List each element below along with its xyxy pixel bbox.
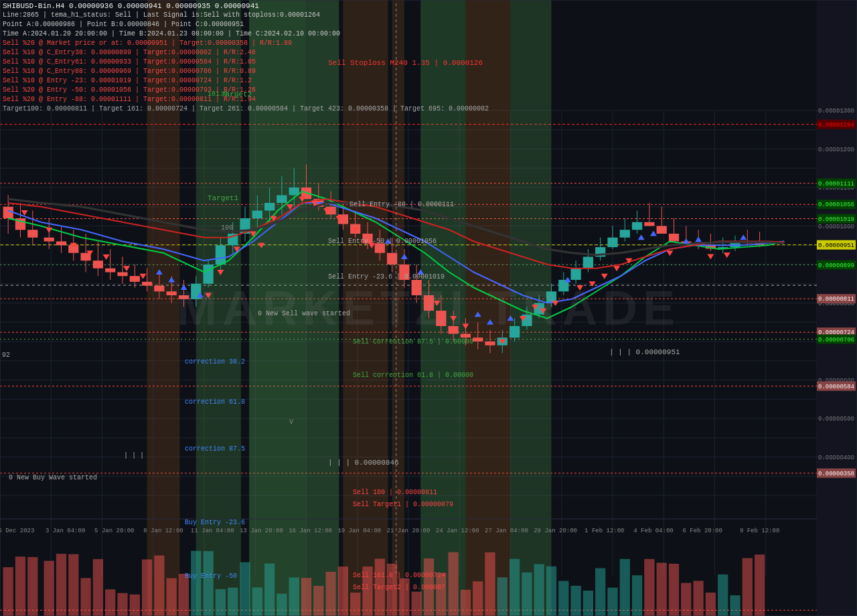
label-100: 100 (221, 224, 233, 232)
date-label-6: 16 Jan 12:00 (289, 528, 332, 534)
symbol-name: SHIBUSD-Bin.H4 (3, 2, 64, 10)
sell-c-entry88: Sell %10 @ C_Entry88: 0.00000969 | Targe… (3, 67, 489, 76)
date-label-12: 1 Feb 12:00 (585, 528, 624, 534)
targets-line: Target100: 0.00000811 | Target 161: 0.00… (3, 104, 489, 114)
sell-c-entry61: Sell %10 @ C_Entry61: 0.00000933 | Targe… (3, 58, 489, 67)
date-label-10: 27 Jan 04:00 (485, 528, 528, 534)
sell-entry88-label: Sell Entry -88 | 0.0000111 (349, 201, 454, 208)
time-info: Time A:2024.01.20 20:00:00 | Time B:2024… (3, 29, 489, 39)
date-label-13: 4 Feb 04:00 (633, 528, 673, 534)
date-label-8: 21 Jan 20:00 (387, 528, 431, 534)
date-label-4: 11 Jan 04:00 (191, 528, 234, 534)
correction-38: correction 38.2 (185, 358, 245, 366)
date-label-5: 13 Jan 20:00 (240, 528, 283, 534)
date-label-11: 29 Jan 20:00 (534, 528, 577, 534)
current-price-label: | | | 0.00000951 (609, 348, 680, 356)
label-v: V (289, 418, 293, 426)
sell-correction-875: Sell Correction 87.5 | 0.00000 (353, 338, 473, 345)
sell-entry88: Sell %20 @ Entry -88: 0.00001111 | Targe… (3, 95, 489, 104)
sell-entry50-label: Sell Entry -50 | 0.00001056 (328, 238, 437, 245)
sell-entry50: Sell %20 @ Entry -50: 0.00001056 | Targe… (3, 86, 489, 95)
correction-618: correction 61.8 (185, 398, 245, 406)
sell-100-label: Sell 100 | 0.00000811 (353, 489, 437, 496)
date-label-7: 19 Jan 04:00 (337, 528, 381, 534)
sell-c-entry38: Sell %10 @ C_Entry38: 0.00000899 | Targe… (3, 48, 489, 58)
date-label-15: 9 Feb 12:00 (740, 528, 779, 534)
correction-875: correction 87.5 (185, 445, 245, 453)
sell-correction-618: Sell correction 61.8 | 0.00000 (353, 372, 473, 379)
sell-entry23: Sell %10 @ Entry -23: 0.00001019 | Targe… (3, 76, 489, 86)
date-label-1: 3 Jan 04:00 (46, 528, 85, 534)
sell-161-label: Sell 161.8 | 0.00000724 (353, 572, 445, 579)
sell-target2-label: Sell Target2 | 0.000007 (353, 584, 445, 591)
label-92: 92 (2, 352, 10, 359)
chart-header: SHIBUSD-Bin.H4 0.00000936 0.00000941 0.0… (3, 1, 489, 114)
zero-new-buy: 0 New Buy Wave started (9, 474, 97, 481)
buy-entry-50: Buy Entry -50 (185, 572, 237, 580)
chart-container: MARKETZI TRADE SHIBUSD-Bin.H4 0.00000936… (0, 0, 857, 616)
price-values: 0.00000936 0.00000941 0.00000935 0.00000… (69, 2, 259, 10)
x-axis: 5 Dec 2023 3 Jan 04:00 5 Jan 20:00 8 Jan… (0, 524, 817, 534)
line-info: Line:2865 | tema_h1_status: Sell | Last … (3, 11, 489, 20)
sell-market: Sell %20 @ Market price or at: 0.0000095… (3, 39, 489, 48)
date-label-14: 6 Feb 20:00 (682, 528, 722, 534)
date-label-2: 5 Jan 20:00 (94, 528, 134, 534)
sell-entry23-label: Sell Entry -23.6 | 0.00001019 (328, 273, 445, 281)
zero-new-sell: 0 New Sell wave started (258, 310, 350, 317)
symbol-title: SHIBUSD-Bin.H4 0.00000936 0.00000941 0.0… (3, 1, 489, 11)
target1-label: Target1 (208, 194, 238, 202)
sell-target1-label: Sell Target1 | 0.00000079 (353, 501, 453, 508)
price-b-label: | | | 0.00000846 (328, 459, 399, 467)
date-label-3: 8 Jan 12:00 (143, 528, 183, 534)
point-info: Point A:0.00000986 | Point B:0.00000846 … (3, 20, 489, 29)
watermark: MARKETZI TRADE (177, 281, 680, 335)
date-label-9: 24 Jan 12:00 (436, 528, 479, 534)
date-label-0: 5 Dec 2023 (0, 528, 34, 534)
label-lll: | | | (124, 452, 144, 459)
